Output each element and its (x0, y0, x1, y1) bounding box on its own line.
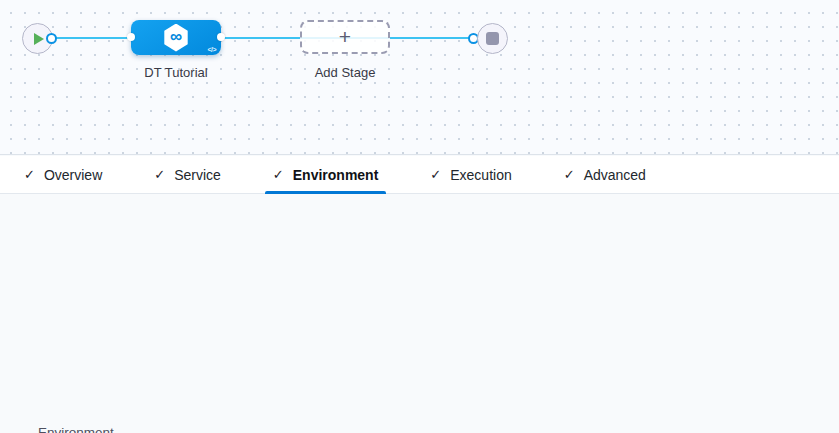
environment-tab-panel: Environment Specify Environment i DT Tut… (0, 195, 839, 433)
pipeline-end-node[interactable] (477, 23, 508, 54)
start-connector-port (46, 33, 57, 44)
pipeline-stage-editor: ∞ </> DT Tutorial + Add Stage ✓ Overview… (0, 0, 839, 433)
tab-label: Environment (293, 167, 379, 183)
stage-node-label: DT Tutorial (131, 65, 221, 80)
tab-label: Service (174, 167, 221, 183)
add-stage-button[interactable]: + (300, 20, 390, 54)
stage-node-dt-tutorial[interactable]: ∞ </> (131, 20, 221, 55)
section-title: Environment (38, 425, 114, 433)
tab-environment[interactable]: ✓ Environment (271, 156, 380, 194)
tab-label: Overview (44, 167, 102, 183)
tab-label: Advanced (584, 167, 646, 183)
tab-execution[interactable]: ✓ Execution (428, 156, 513, 194)
stop-icon (486, 32, 499, 45)
add-stage-label: Add Stage (300, 65, 390, 80)
check-icon: ✓ (154, 167, 165, 182)
check-icon: ✓ (273, 167, 284, 182)
play-icon (34, 33, 44, 45)
pipeline-connector-line (51, 37, 475, 39)
check-icon: ✓ (564, 167, 575, 182)
deployment-hexagon-icon: ∞ (163, 24, 189, 52)
tab-service[interactable]: ✓ Service (152, 156, 223, 194)
tab-overview[interactable]: ✓ Overview (22, 156, 104, 194)
check-icon: ✓ (430, 167, 441, 182)
tab-advanced[interactable]: ✓ Advanced (562, 156, 648, 194)
infinity-icon: ∞ (170, 28, 182, 45)
stage-input-port (127, 33, 135, 41)
check-icon: ✓ (24, 167, 35, 182)
code-icon: </> (207, 46, 216, 53)
pipeline-canvas[interactable]: ∞ </> DT Tutorial + Add Stage (0, 0, 839, 155)
stage-tabs: ✓ Overview ✓ Service ✓ Environment ✓ Exe… (0, 156, 839, 194)
stage-output-port (217, 33, 225, 41)
plus-icon: + (339, 25, 351, 49)
tab-label: Execution (450, 167, 511, 183)
